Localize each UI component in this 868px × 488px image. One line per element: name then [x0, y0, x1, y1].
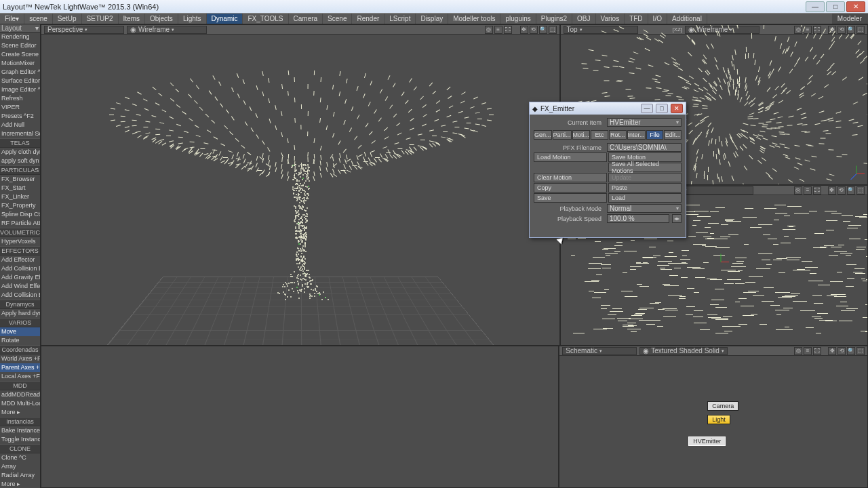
menu-display[interactable]: Display: [416, 14, 448, 24]
sidebar-item[interactable]: FX_Browser: [0, 175, 40, 184]
schematic-node-light[interactable]: Light: [707, 415, 730, 424]
sidebar-item[interactable]: Apply hard dyn: [0, 309, 40, 318]
playback-mode-dropdown[interactable]: Normal: [607, 204, 682, 213]
fit-icon[interactable]: ⬚: [856, 26, 865, 34]
sidebar-item[interactable]: Graph Editor ^F2: [0, 68, 40, 77]
pfx-filename-field[interactable]: C:\Users\SOMNIA\: [607, 143, 682, 152]
sidebar-item[interactable]: World Axes +F5: [0, 354, 40, 363]
dialog-tab-moti[interactable]: Moti...: [572, 130, 591, 140]
schematic-node-camera[interactable]: Camera: [707, 401, 738, 411]
sidebar-item[interactable]: addMDDReader: [0, 390, 40, 399]
copy-button[interactable]: Copy: [534, 183, 607, 192]
menu-plugins2[interactable]: Plugins2: [536, 14, 572, 24]
sidebar-item[interactable]: Incremental Sc... *S: [0, 129, 40, 138]
rotate-icon[interactable]: ⟲: [837, 186, 846, 195]
sidebar-item[interactable]: Add Collision Effe...: [0, 291, 40, 300]
menu-varios[interactable]: Varios: [596, 14, 625, 24]
menu-tfd[interactable]: TFD: [625, 14, 648, 24]
paste-button[interactable]: Paste: [608, 183, 682, 192]
pan-icon[interactable]: ✥: [520, 26, 528, 34]
zoom-icon[interactable]: 🔍: [847, 347, 855, 355]
menu-lights[interactable]: Lights: [178, 14, 207, 24]
sidebar-item[interactable]: FX_Linker: [0, 192, 40, 201]
sidebar-item[interactable]: Add Effector: [0, 256, 40, 264]
dialog-tab-rot[interactable]: Rot...: [609, 130, 627, 140]
menu-scene[interactable]: scene: [24, 14, 53, 24]
sidebar-item[interactable]: Image Editor ^F4: [0, 85, 40, 94]
menu-camera[interactable]: Camera: [289, 14, 323, 24]
sidebar-item[interactable]: Local Axes +F7: [0, 372, 40, 381]
sidebar-item[interactable]: RF Particle Attribu...: [0, 219, 40, 228]
zoom-icon[interactable]: 🔍: [847, 26, 855, 34]
menu-additional[interactable]: Additional: [667, 14, 707, 24]
sidebar-item[interactable]: Apply cloth dyn: [0, 148, 40, 157]
expand-icon[interactable]: ⛶: [504, 26, 512, 34]
sidebar-item[interactable]: Add Collision Effe...: [0, 264, 40, 273]
dialog-tab-parti[interactable]: Parti...: [553, 130, 572, 140]
viewport-shade-dropdown[interactable]: ◉Wireframe▾: [127, 26, 207, 34]
sidebar-item[interactable]: Toggle Instance: [0, 435, 40, 444]
schematic-node-hvemitter[interactable]: HVEmitter: [688, 436, 726, 446]
sidebar-item[interactable]: HyperVoxels: [0, 237, 40, 246]
sidebar-item[interactable]: FX_Property: [0, 201, 40, 210]
viewport-shade-dropdown[interactable]: ▾: [679, 186, 753, 195]
sidebar-item[interactable]: Radial Array: [0, 471, 40, 480]
rotate-icon[interactable]: ⟲: [530, 26, 538, 34]
clear-motion-button[interactable]: Clear Motion: [534, 173, 607, 182]
menu-items[interactable]: Items: [119, 14, 145, 24]
menu-dynamic[interactable]: Dynamic: [207, 14, 243, 24]
viewport-view-dropdown[interactable]: Top▾: [564, 26, 638, 34]
viewport-perspective[interactable]: Perspective▾ ◉Wireframe▾ ◎ ≡ ⛶ ✥ ⟲ 🔍 ⬚: [41, 24, 560, 346]
viewport-shade-dropdown[interactable]: ◉Textured Shaded Solid▾: [639, 347, 728, 355]
menu-objects[interactable]: Objects: [145, 14, 178, 24]
sidebar-item[interactable]: More ▸: [0, 408, 40, 417]
sidebar-item[interactable]: Scene Editor: [0, 41, 40, 50]
sidebar-item[interactable]: FX_Start: [0, 184, 40, 192]
sidebar-item[interactable]: Array: [0, 462, 40, 471]
viewport-view-dropdown[interactable]: Perspective▾: [44, 26, 124, 34]
sidebar-item[interactable]: Move: [0, 327, 40, 336]
viewport-schematic[interactable]: Schematic▾ ◉Textured Shaded Solid▾ ◎ ≡ ⛶…: [559, 346, 868, 488]
dialog-tab-edit[interactable]: Edit...: [664, 130, 682, 140]
camera-icon[interactable]: ◎: [794, 347, 802, 355]
pan-icon[interactable]: ✥: [828, 186, 836, 195]
modeler-switch[interactable]: Modeler: [832, 14, 868, 24]
menu-obj[interactable]: OBJ: [572, 14, 595, 24]
list-icon[interactable]: ≡: [804, 186, 812, 195]
load-button[interactable]: Load: [608, 193, 682, 203]
camera-icon[interactable]: ◎: [794, 186, 802, 195]
window-maximize-button[interactable]: □: [826, 1, 845, 12]
update-button[interactable]: Update: [608, 173, 682, 182]
camera-icon[interactable]: ◎: [485, 26, 493, 34]
sidebar-item[interactable]: apply soft dyn: [0, 157, 40, 165]
sidebar-item[interactable]: Bake Instance: [0, 426, 40, 435]
list-icon[interactable]: ≡: [804, 347, 812, 355]
sidebar-item[interactable]: Presets ^F2: [0, 112, 40, 121]
list-icon[interactable]: ≡: [494, 26, 502, 34]
sidebar-item[interactable]: Refresh: [0, 94, 40, 103]
dialog-tab-file[interactable]: File: [646, 130, 664, 140]
menu-lscript[interactable]: LScript: [384, 14, 416, 24]
sidebar-item[interactable]: Spline Disp Ctrl: [0, 210, 40, 219]
load-motion-button[interactable]: Load Motion: [534, 152, 607, 162]
sidebar-item[interactable]: Add Gravity Effect...: [0, 273, 40, 282]
dialog-tab-inter[interactable]: Inter...: [627, 130, 646, 140]
fx-emitter-dialog[interactable]: ◆ FX_Emitter — □ ✕ Current Item HVEmitte…: [529, 102, 686, 238]
fit-icon[interactable]: ⬚: [856, 186, 865, 195]
menu-io[interactable]: I/O: [648, 14, 667, 24]
playback-speed-field[interactable]: 100.0 %: [607, 214, 669, 223]
playback-speed-spinner[interactable]: ◂▸: [672, 214, 682, 223]
dialog-maximize-button[interactable]: □: [656, 104, 668, 113]
file-menu-dropdown[interactable]: File▾: [0, 14, 24, 24]
menu-scene[interactable]: Scene: [323, 14, 352, 24]
sidebar-layout-dropdown[interactable]: Layout▾: [0, 24, 40, 33]
menu-render[interactable]: Render: [352, 14, 384, 24]
dialog-minimize-button[interactable]: —: [641, 104, 653, 113]
sidebar-item[interactable]: Add Null: [0, 121, 40, 129]
sidebar-item[interactable]: MotionMixer: [0, 59, 40, 68]
sidebar-item[interactable]: Clone ^C: [0, 453, 40, 462]
fit-icon[interactable]: ⬚: [549, 26, 557, 34]
dialog-tab-gen[interactable]: Gen...: [534, 130, 552, 140]
pan-icon[interactable]: ✥: [828, 347, 836, 355]
menu-fxtools[interactable]: FX_TOOLS: [243, 14, 288, 24]
